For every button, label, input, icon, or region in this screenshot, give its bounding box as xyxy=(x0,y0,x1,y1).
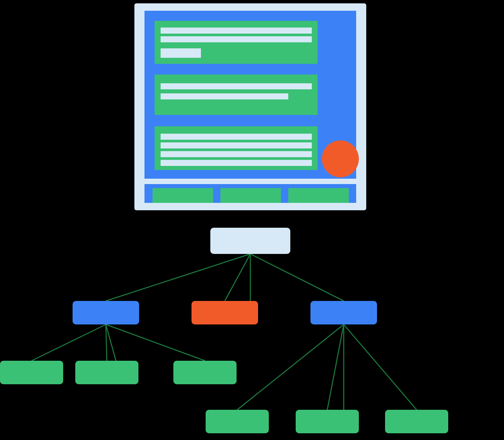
bottom-nav-button-2[interactable] xyxy=(220,188,281,203)
text-line-placeholder xyxy=(161,93,288,99)
text-line-placeholder xyxy=(161,134,312,140)
bottom-nav-button-3[interactable] xyxy=(288,188,349,203)
text-line-placeholder xyxy=(161,151,312,157)
tree-level3-left-node-b xyxy=(75,361,138,384)
floating-action-button-icon[interactable] xyxy=(322,140,359,177)
text-line-placeholder xyxy=(161,48,201,58)
tree-level3-right-node-c xyxy=(385,410,448,433)
tree-level2-node-c xyxy=(310,301,377,324)
svg-line-7 xyxy=(106,324,205,361)
tree-level3-right-node-b xyxy=(296,410,359,433)
tree-level3-left-node-a xyxy=(0,361,63,384)
tree-level2-node-a xyxy=(73,301,139,324)
bottom-nav-button-1[interactable] xyxy=(153,188,213,203)
tree-level2-node-b xyxy=(192,301,258,324)
text-line-placeholder xyxy=(161,142,312,148)
text-line-placeholder xyxy=(161,83,312,89)
svg-line-11 xyxy=(344,324,417,410)
svg-line-3 xyxy=(250,254,344,301)
svg-line-1 xyxy=(225,254,250,301)
tree-level3-left-node-c xyxy=(173,361,237,384)
tree-level3-right-node-a xyxy=(206,410,269,433)
svg-line-0 xyxy=(106,254,250,301)
text-line-placeholder xyxy=(161,160,312,166)
svg-line-4 xyxy=(32,324,106,361)
svg-line-6 xyxy=(106,324,116,361)
svg-line-8 xyxy=(237,324,344,410)
tree-root-node xyxy=(210,228,290,254)
text-line-placeholder xyxy=(161,36,312,42)
svg-line-5 xyxy=(106,324,107,361)
text-line-placeholder xyxy=(161,28,312,34)
svg-line-9 xyxy=(327,324,344,410)
